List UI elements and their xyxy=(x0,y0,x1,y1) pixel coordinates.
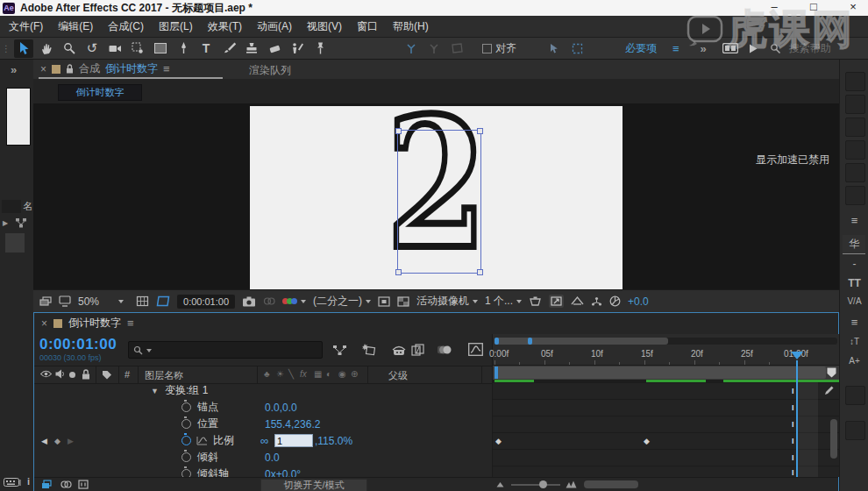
comp-panel-menu-icon[interactable]: ≡ xyxy=(163,62,170,75)
play-icon[interactable] xyxy=(743,39,763,58)
layer-name-column-label[interactable]: 图层名称 xyxy=(145,369,183,382)
scale-y-value[interactable]: ,115.0% xyxy=(315,435,352,447)
always-preview-icon[interactable] xyxy=(39,296,52,307)
pan-behind-tool[interactable] xyxy=(128,39,147,58)
menu-effect[interactable]: 效果(T) xyxy=(208,19,242,34)
unified-camera-tool[interactable] xyxy=(105,39,125,58)
menu-help[interactable]: 帮助(H) xyxy=(393,19,429,34)
position-value[interactable]: 155.4,236.2 xyxy=(265,418,320,431)
add-keyframe-icon[interactable]: ◆ xyxy=(54,437,60,445)
adjustment-switch-icon[interactable]: ◉ xyxy=(338,369,346,379)
work-area-bar[interactable] xyxy=(493,366,839,380)
collapse-switch-icon[interactable]: ☀ xyxy=(276,369,284,379)
help-search-icon[interactable] xyxy=(766,39,786,58)
project-item-swatch[interactable] xyxy=(5,233,25,253)
selection-handle[interactable] xyxy=(395,128,402,134)
align-checkbox[interactable] xyxy=(482,44,492,53)
menu-animation[interactable]: 动画(A) xyxy=(257,19,292,34)
frame-blending-icon[interactable] xyxy=(411,344,425,356)
quality-switch-icon[interactable]: ╲ xyxy=(288,369,294,379)
shy-switch-icon[interactable]: ♣ xyxy=(264,369,270,379)
brush-tool[interactable] xyxy=(219,39,238,58)
twirl-icon[interactable]: ▶ xyxy=(3,219,8,227)
rectangle-tool[interactable] xyxy=(151,39,170,58)
index-column-label[interactable]: # xyxy=(125,369,130,380)
navigator-end-handle[interactable] xyxy=(528,338,532,345)
type-tool[interactable]: T xyxy=(196,39,216,58)
skew-value[interactable]: 0.0 xyxy=(265,452,280,464)
scale-keyframe[interactable]: ◆ xyxy=(495,437,502,445)
label-column-icon[interactable] xyxy=(102,370,112,380)
menu-composition[interactable]: 合成(C) xyxy=(108,19,144,34)
draft-3d-toggle-icon[interactable] xyxy=(362,343,376,356)
font-family-label[interactable]: 华 xyxy=(843,235,865,254)
layer-selection-box[interactable] xyxy=(397,130,481,274)
zoom-tool[interactable] xyxy=(60,39,79,58)
stopwatch-icon-active[interactable] xyxy=(181,436,191,445)
mini-flowchart-icon[interactable] xyxy=(332,345,347,356)
scale-row[interactable]: ◀ ◆ ▶ 比例 ∞ ,115.0% xyxy=(34,432,492,449)
comp-marker-bin-icon[interactable] xyxy=(827,367,836,378)
panel-expand-icon[interactable]: » xyxy=(11,63,17,76)
search-input[interactable] xyxy=(152,344,295,356)
zoom-in-mountain-icon[interactable] xyxy=(566,480,577,488)
close-button[interactable]: × xyxy=(840,0,866,16)
next-keyframe-icon[interactable]: ▶ xyxy=(68,437,74,445)
project-search-stub[interactable] xyxy=(2,200,21,213)
workspace-menu-icon[interactable]: ≡ xyxy=(672,42,679,55)
group-row[interactable]: ▼ 变换:组 1 xyxy=(34,382,492,399)
group-label[interactable]: 变换:组 1 xyxy=(165,383,208,398)
shy-layers-icon[interactable] xyxy=(392,345,406,355)
collapsed-panel-tab[interactable] xyxy=(845,186,865,205)
workspace-overflow-icon[interactable]: » xyxy=(701,42,707,55)
3d-switch-icon[interactable]: ⊕ xyxy=(351,369,358,379)
view-layout-dropdown[interactable]: 1 个... xyxy=(485,294,522,309)
rotate-tool[interactable]: ↺ xyxy=(82,39,102,58)
axis-world-icon[interactable] xyxy=(424,39,444,58)
breadcrumb[interactable]: 倒计时数字 xyxy=(58,84,142,101)
navigator-start-handle[interactable] xyxy=(494,338,499,345)
font-style-label[interactable]: - xyxy=(840,258,868,270)
stopwatch-icon[interactable] xyxy=(181,452,191,462)
info-icon[interactable]: i xyxy=(27,476,30,487)
timeline-zoom-slider-thumb[interactable] xyxy=(539,480,547,488)
maximize-button[interactable]: □ xyxy=(800,0,827,16)
show-snapshot-icon[interactable] xyxy=(263,296,275,306)
selection-tool[interactable] xyxy=(14,39,33,58)
timeline-search[interactable] xyxy=(128,341,323,359)
sync-settings-icon[interactable] xyxy=(721,39,740,58)
effects-switch-icon[interactable]: fx xyxy=(300,369,307,379)
menu-edit[interactable]: 编辑(E) xyxy=(58,19,93,34)
collapsed-panel-tab[interactable] xyxy=(845,72,865,91)
leading-icon[interactable]: ≡ xyxy=(840,316,868,329)
menu-layer[interactable]: 图层(L) xyxy=(159,19,193,34)
position-label[interactable]: 位置 xyxy=(197,416,218,431)
collapsed-panel-tab[interactable] xyxy=(845,386,865,405)
toggle-switches-modes-button[interactable]: 切换开关/模式 xyxy=(260,479,367,491)
anchor-point-label[interactable]: 锚点 xyxy=(197,400,218,415)
timeline-tab[interactable]: × 倒计时数字 ≡ xyxy=(41,316,134,331)
motion-blur-icon[interactable] xyxy=(438,345,452,355)
link-dimensions-icon[interactable]: ∞ xyxy=(260,434,268,447)
tab-close-icon[interactable]: × xyxy=(40,63,46,75)
time-navigator-track[interactable] xyxy=(494,338,837,345)
skew-axis-value[interactable]: 0x+0.0° xyxy=(265,468,301,478)
menu-window[interactable]: 窗口 xyxy=(357,19,378,34)
work-area-start-handle[interactable] xyxy=(494,366,498,379)
work-area-region[interactable] xyxy=(494,366,826,379)
vertical-scale-icon[interactable]: ↕T xyxy=(840,337,868,346)
selection-handle[interactable] xyxy=(395,269,402,275)
playhead-line[interactable] xyxy=(796,360,798,477)
axis-local-icon[interactable] xyxy=(402,39,421,58)
solo-column-icon[interactable] xyxy=(69,372,75,378)
primary-viewer-icon[interactable] xyxy=(59,295,71,307)
pencil-icon[interactable] xyxy=(824,385,835,395)
stopwatch-icon[interactable] xyxy=(181,469,191,477)
kerning-icon[interactable]: V/A xyxy=(840,296,868,306)
expand-in-out-icon[interactable] xyxy=(78,480,89,489)
puppet-pin-tool[interactable] xyxy=(310,39,330,58)
selection-handle[interactable] xyxy=(477,128,483,134)
viewer-timecode[interactable]: 0:00:01:00 xyxy=(177,295,235,309)
expand-layer-switches-icon[interactable] xyxy=(41,480,53,489)
workspace-label[interactable]: 必要项 xyxy=(625,41,657,56)
